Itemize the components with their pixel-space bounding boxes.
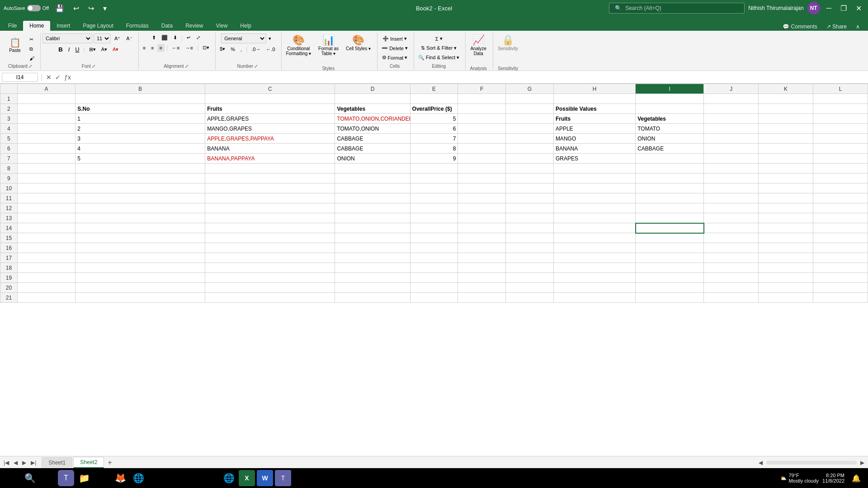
cell-A11[interactable] <box>17 193 75 203</box>
cell-K15[interactable] <box>759 233 813 243</box>
row-header-8[interactable]: 8 <box>0 164 18 174</box>
cell-G10[interactable] <box>506 183 554 193</box>
cell-K18[interactable] <box>759 263 813 273</box>
col-header-J[interactable]: J <box>704 84 759 94</box>
sheet-nav-prev[interactable]: ◀ <box>12 459 19 467</box>
cell-K1[interactable] <box>759 94 813 104</box>
cell-K16[interactable] <box>759 243 813 253</box>
cell-D7[interactable]: ONION <box>335 154 410 164</box>
cell-L5[interactable] <box>813 134 868 144</box>
cell-B14[interactable] <box>75 223 205 233</box>
cell-B4[interactable]: 2 <box>75 124 205 134</box>
cell-J12[interactable] <box>704 203 759 213</box>
cell-G9[interactable] <box>506 174 554 183</box>
settings-icon[interactable]: ⚙ <box>203 470 219 479</box>
cell-H12[interactable] <box>553 203 635 213</box>
cell-J4[interactable] <box>704 124 759 134</box>
cell-F3[interactable] <box>458 114 506 124</box>
row-header-2[interactable]: 2 <box>0 104 18 114</box>
cell-L21[interactable] <box>813 293 868 303</box>
cell-K9[interactable] <box>759 174 813 183</box>
increase-font-button[interactable]: A⁺ <box>112 34 123 43</box>
cell-E12[interactable] <box>410 203 458 213</box>
cell-J18[interactable] <box>704 263 759 273</box>
cell-G11[interactable] <box>506 193 554 203</box>
cell-A14[interactable] <box>17 223 75 233</box>
cell-B1[interactable] <box>75 94 205 104</box>
row-header-5[interactable]: 5 <box>0 134 18 144</box>
cell-E11[interactable] <box>410 193 458 203</box>
format-button[interactable]: ⚙ Format ▾ <box>380 53 410 62</box>
cell-K11[interactable] <box>759 193 813 203</box>
cell-L18[interactable] <box>813 263 868 273</box>
cell-I4[interactable]: TOMATO <box>636 124 704 134</box>
row-header-16[interactable]: 16 <box>0 243 18 253</box>
cell-K19[interactable] <box>759 273 813 283</box>
customize-qat-button[interactable]: ▾ <box>100 3 109 14</box>
row-header-10[interactable]: 10 <box>0 183 18 193</box>
cell-G5[interactable] <box>506 134 554 144</box>
cell-I18[interactable] <box>636 263 704 273</box>
cell-B6[interactable]: 4 <box>75 144 205 154</box>
italic-button[interactable]: I <box>66 45 72 54</box>
cell-F1[interactable] <box>458 94 506 104</box>
cell-E15[interactable] <box>410 233 458 243</box>
cell-L3[interactable] <box>813 114 868 124</box>
cell-A15[interactable] <box>17 233 75 243</box>
cell-B8[interactable] <box>75 164 205 174</box>
find-select-button[interactable]: 🔍 Find & Select ▾ <box>416 53 462 62</box>
cell-reference-input[interactable] <box>2 73 38 82</box>
cell-F11[interactable] <box>458 193 506 203</box>
cell-L7[interactable] <box>813 154 868 164</box>
cell-J3[interactable] <box>704 114 759 124</box>
cell-I10[interactable] <box>636 183 704 193</box>
row-header-9[interactable]: 9 <box>0 174 18 183</box>
cell-D12[interactable] <box>335 203 410 213</box>
cell-E18[interactable] <box>410 263 458 273</box>
sum-button[interactable]: Σ ▾ <box>433 34 445 43</box>
cell-D17[interactable] <box>335 253 410 263</box>
confirm-formula-button[interactable]: ✓ <box>54 74 61 81</box>
row-header-1[interactable]: 1 <box>0 94 18 104</box>
cell-L14[interactable] <box>813 223 868 233</box>
cell-A19[interactable] <box>17 273 75 283</box>
wrap-text-button[interactable]: ↵ <box>184 33 193 42</box>
cell-K13[interactable] <box>759 213 813 223</box>
cell-I12[interactable] <box>636 203 704 213</box>
cell-H10[interactable] <box>553 183 635 193</box>
cell-D1[interactable] <box>335 94 410 104</box>
cell-J16[interactable] <box>704 243 759 253</box>
cell-J11[interactable] <box>704 193 759 203</box>
cell-F9[interactable] <box>458 174 506 183</box>
cell-J10[interactable] <box>704 183 759 193</box>
font-family-select[interactable]: Calibri <box>42 33 92 43</box>
cell-L19[interactable] <box>813 273 868 283</box>
cell-F17[interactable] <box>458 253 506 263</box>
cell-G17[interactable] <box>506 253 554 263</box>
font-color-button[interactable]: A▾ <box>110 45 121 54</box>
close-button[interactable]: ✕ <box>853 3 864 14</box>
cell-H20[interactable] <box>553 283 635 293</box>
cell-E20[interactable] <box>410 283 458 293</box>
cell-A20[interactable] <box>17 283 75 293</box>
cancel-formula-button[interactable]: ✕ <box>45 74 52 81</box>
redo-button[interactable]: ↪ <box>85 3 97 14</box>
orientation-button[interactable]: ⤢ <box>194 33 203 42</box>
cell-L4[interactable] <box>813 124 868 134</box>
insert-button[interactable]: ➕ Insert ▾ <box>380 34 409 43</box>
cell-F8[interactable] <box>458 164 506 174</box>
spreadsheet-scroll-area[interactable]: A B C D E F G H I J K L 12S.NoFruitsVege… <box>0 84 868 456</box>
cell-D6[interactable]: CABBAGE <box>335 144 410 154</box>
cell-I19[interactable] <box>636 273 704 283</box>
cell-A3[interactable] <box>17 114 75 124</box>
cell-B18[interactable] <box>75 263 205 273</box>
col-header-F[interactable]: F <box>458 84 506 94</box>
copy-button[interactable]: ⧉ <box>27 45 37 53</box>
cell-B17[interactable] <box>75 253 205 263</box>
cell-D14[interactable] <box>335 223 410 233</box>
cell-H13[interactable] <box>553 213 635 223</box>
cell-B3[interactable]: 1 <box>75 114 205 124</box>
cell-C7[interactable]: BANANA,PAPPAYA <box>205 154 335 164</box>
cell-C16[interactable] <box>205 243 335 253</box>
align-right-button[interactable]: ≡ <box>157 44 165 52</box>
